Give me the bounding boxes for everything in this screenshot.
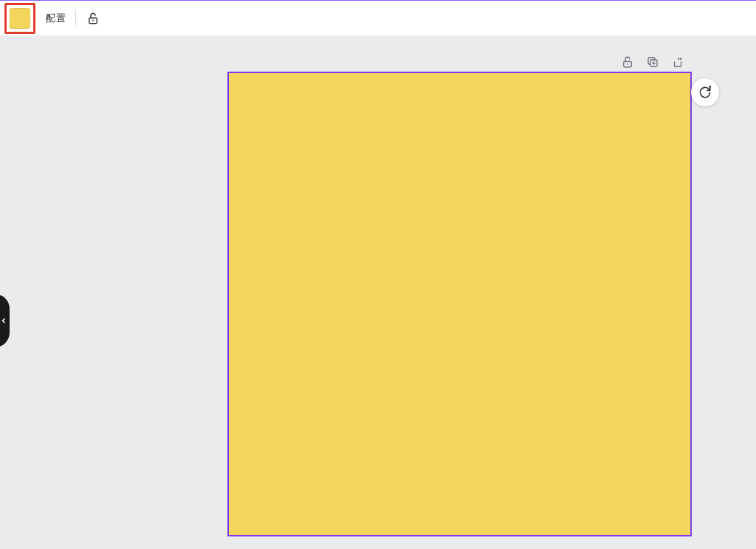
unlock-icon bbox=[86, 12, 100, 25]
share-button[interactable] bbox=[670, 55, 685, 69]
toolbar-divider bbox=[75, 10, 76, 27]
unlock-button[interactable] bbox=[620, 55, 635, 69]
canvas-toolbar bbox=[620, 55, 685, 69]
duplicate-icon bbox=[646, 55, 659, 69]
chevron-left-icon bbox=[1, 317, 7, 324]
duplicate-button[interactable] bbox=[645, 55, 660, 69]
canvas-area[interactable] bbox=[0, 37, 756, 549]
regenerate-button[interactable] bbox=[691, 78, 719, 106]
lock-toggle-button[interactable] bbox=[85, 10, 101, 27]
rectangle-shape[interactable] bbox=[229, 73, 690, 535]
selected-shape-container[interactable] bbox=[229, 73, 690, 535]
color-swatch bbox=[10, 8, 30, 29]
color-swatch-button[interactable] bbox=[4, 3, 35, 34]
unlock-icon bbox=[621, 55, 634, 69]
arrange-label[interactable]: 配置 bbox=[46, 12, 66, 25]
share-icon bbox=[671, 55, 684, 69]
refresh-plus-icon bbox=[698, 85, 712, 100]
toolbar: 配置 bbox=[0, 1, 756, 36]
